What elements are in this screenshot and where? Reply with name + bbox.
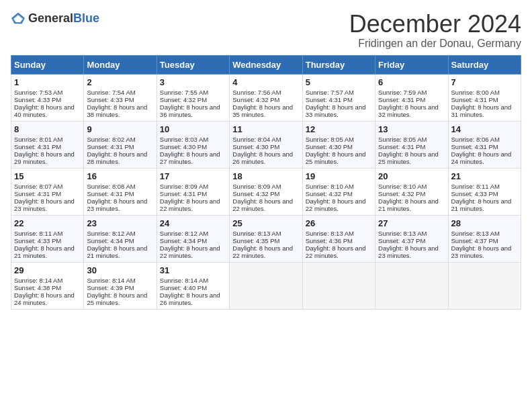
day-number: 7 <box>451 77 518 87</box>
table-cell: 18 Sunrise: 8:09 AM Sunset: 4:32 PM Dayl… <box>230 168 302 215</box>
daylight-text: Daylight: 8 hours and 33 minutes. <box>306 103 366 118</box>
sunset-text: Sunset: 4:31 PM <box>160 190 207 197</box>
daylight-text: Daylight: 8 hours and 23 minutes. <box>451 244 512 259</box>
day-number: 14 <box>451 124 518 134</box>
header: GeneralBlue December 2024 Fridingen an d… <box>11 11 521 50</box>
table-cell: 29 Sunrise: 8:14 AM Sunset: 4:38 PM Dayl… <box>11 262 84 309</box>
table-cell <box>375 262 448 309</box>
daylight-text: Daylight: 8 hours and 35 minutes. <box>232 103 293 118</box>
sunset-text: Sunset: 4:30 PM <box>160 143 207 150</box>
day-number: 25 <box>232 218 299 228</box>
table-cell: 12 Sunrise: 8:05 AM Sunset: 4:30 PM Dayl… <box>302 121 375 168</box>
sunset-text: Sunset: 4:33 PM <box>451 190 498 197</box>
sunrise-text: Sunrise: 8:01 AM <box>14 136 62 143</box>
daylight-text: Daylight: 8 hours and 23 minutes. <box>14 197 75 212</box>
table-cell: 13 Sunrise: 8:05 AM Sunset: 4:31 PM Dayl… <box>375 121 448 168</box>
daylight-text: Daylight: 8 hours and 32 minutes. <box>378 103 439 118</box>
daylight-text: Daylight: 8 hours and 22 minutes. <box>306 197 366 212</box>
daylight-text: Daylight: 8 hours and 26 minutes. <box>232 150 293 165</box>
day-number: 19 <box>306 171 372 181</box>
table-row: 29 Sunrise: 8:14 AM Sunset: 4:38 PM Dayl… <box>11 262 521 309</box>
header-wednesday: Wednesday <box>230 55 302 74</box>
day-number: 31 <box>160 265 226 275</box>
table-cell: 3 Sunrise: 7:55 AM Sunset: 4:32 PM Dayli… <box>157 74 229 121</box>
sunrise-text: Sunrise: 8:00 AM <box>451 89 500 96</box>
table-cell: 9 Sunrise: 8:02 AM Sunset: 4:31 PM Dayli… <box>84 121 157 168</box>
sunrise-text: Sunrise: 8:10 AM <box>378 183 427 190</box>
day-number: 23 <box>87 218 153 228</box>
table-cell: 4 Sunrise: 7:56 AM Sunset: 4:32 PM Dayli… <box>230 74 302 121</box>
daylight-text: Daylight: 8 hours and 22 minutes. <box>160 244 220 259</box>
header-row: Sunday Monday Tuesday Wednesday Thursday… <box>11 55 521 74</box>
daylight-text: Daylight: 8 hours and 36 minutes. <box>160 103 220 118</box>
daylight-text: Daylight: 8 hours and 40 minutes. <box>14 103 75 118</box>
daylight-text: Daylight: 8 hours and 25 minutes. <box>306 150 366 165</box>
sunrise-text: Sunrise: 8:14 AM <box>160 277 208 284</box>
day-number: 27 <box>378 218 445 228</box>
sunrise-text: Sunrise: 8:14 AM <box>87 277 135 284</box>
sunset-text: Sunset: 4:32 PM <box>232 96 279 103</box>
day-number: 13 <box>378 124 445 134</box>
header-saturday: Saturday <box>448 55 521 74</box>
table-cell: 24 Sunrise: 8:12 AM Sunset: 4:34 PM Dayl… <box>157 215 229 262</box>
sunset-text: Sunset: 4:32 PM <box>378 190 425 197</box>
logo-icon <box>11 11 26 26</box>
day-number: 22 <box>14 218 81 228</box>
daylight-text: Daylight: 8 hours and 25 minutes. <box>378 150 439 165</box>
table-cell: 27 Sunrise: 8:13 AM Sunset: 4:37 PM Dayl… <box>375 215 448 262</box>
sunset-text: Sunset: 4:35 PM <box>232 237 279 244</box>
daylight-text: Daylight: 8 hours and 23 minutes. <box>378 244 439 259</box>
table-cell: 25 Sunrise: 8:13 AM Sunset: 4:35 PM Dayl… <box>230 215 302 262</box>
day-number: 17 <box>160 171 226 181</box>
calendar-table: Sunday Monday Tuesday Wednesday Thursday… <box>11 55 521 310</box>
sunrise-text: Sunrise: 7:55 AM <box>160 89 208 96</box>
daylight-text: Daylight: 8 hours and 23 minutes. <box>87 197 147 212</box>
table-cell: 16 Sunrise: 8:08 AM Sunset: 4:31 PM Dayl… <box>84 168 157 215</box>
sunset-text: Sunset: 4:34 PM <box>160 237 207 244</box>
day-number: 10 <box>160 124 226 134</box>
sunrise-text: Sunrise: 8:04 AM <box>232 136 281 143</box>
daylight-text: Daylight: 8 hours and 22 minutes. <box>232 244 293 259</box>
daylight-text: Daylight: 8 hours and 22 minutes. <box>232 197 293 212</box>
sunset-text: Sunset: 4:31 PM <box>87 143 134 150</box>
sunset-text: Sunset: 4:32 PM <box>160 96 207 103</box>
table-cell: 20 Sunrise: 8:10 AM Sunset: 4:32 PM Dayl… <box>375 168 448 215</box>
title-area: December 2024 Fridingen an der Donau, Ge… <box>349 11 521 50</box>
sunset-text: Sunset: 4:32 PM <box>306 190 353 197</box>
header-monday: Monday <box>84 55 157 74</box>
daylight-text: Daylight: 8 hours and 24 minutes. <box>451 150 512 165</box>
day-number: 15 <box>14 171 81 181</box>
sunrise-text: Sunrise: 8:13 AM <box>232 230 281 237</box>
day-number: 5 <box>306 77 372 87</box>
sunrise-text: Sunrise: 8:06 AM <box>451 136 500 143</box>
daylight-text: Daylight: 8 hours and 27 minutes. <box>160 150 220 165</box>
daylight-text: Daylight: 8 hours and 21 minutes. <box>14 244 75 259</box>
sunrise-text: Sunrise: 8:05 AM <box>378 136 427 143</box>
sunrise-text: Sunrise: 8:13 AM <box>451 230 500 237</box>
logo: GeneralBlue <box>11 11 99 26</box>
sunset-text: Sunset: 4:31 PM <box>378 96 425 103</box>
daylight-text: Daylight: 8 hours and 21 minutes. <box>87 244 147 259</box>
sunrise-text: Sunrise: 7:56 AM <box>232 89 281 96</box>
table-cell: 28 Sunrise: 8:13 AM Sunset: 4:37 PM Dayl… <box>448 215 521 262</box>
sunset-text: Sunset: 4:30 PM <box>306 143 353 150</box>
sunset-text: Sunset: 4:31 PM <box>306 96 353 103</box>
table-cell: 30 Sunrise: 8:14 AM Sunset: 4:39 PM Dayl… <box>84 262 157 309</box>
sunset-text: Sunset: 4:33 PM <box>14 96 61 103</box>
table-cell: 5 Sunrise: 7:57 AM Sunset: 4:31 PM Dayli… <box>302 74 375 121</box>
table-cell: 8 Sunrise: 8:01 AM Sunset: 4:31 PM Dayli… <box>11 121 84 168</box>
daylight-text: Daylight: 8 hours and 29 minutes. <box>14 150 75 165</box>
table-cell: 17 Sunrise: 8:09 AM Sunset: 4:31 PM Dayl… <box>157 168 229 215</box>
daylight-text: Daylight: 8 hours and 26 minutes. <box>160 291 220 306</box>
sunset-text: Sunset: 4:30 PM <box>232 143 279 150</box>
day-number: 4 <box>232 77 299 87</box>
month-title: December 2024 <box>349 11 521 38</box>
table-cell: 7 Sunrise: 8:00 AM Sunset: 4:31 PM Dayli… <box>448 74 521 121</box>
sunset-text: Sunset: 4:39 PM <box>87 284 134 291</box>
table-cell: 26 Sunrise: 8:13 AM Sunset: 4:36 PM Dayl… <box>302 215 375 262</box>
sunset-text: Sunset: 4:32 PM <box>232 190 279 197</box>
day-number: 11 <box>232 124 299 134</box>
sunrise-text: Sunrise: 8:08 AM <box>87 183 135 190</box>
sunrise-text: Sunrise: 8:11 AM <box>14 230 62 237</box>
daylight-text: Daylight: 8 hours and 21 minutes. <box>378 197 439 212</box>
